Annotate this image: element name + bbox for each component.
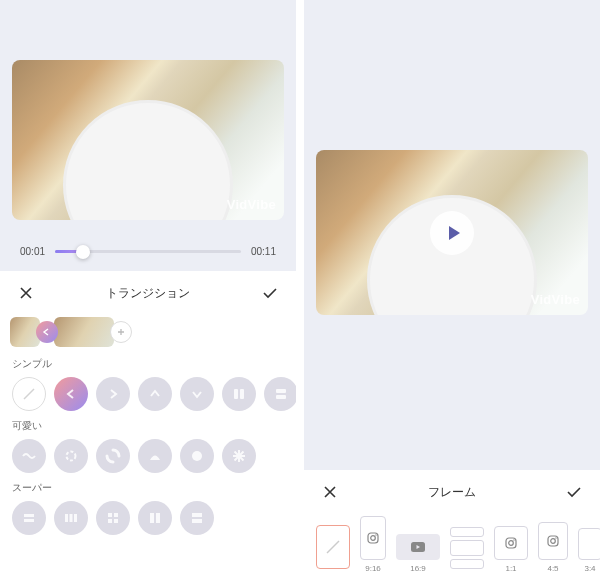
video-preview-right[interactable]: VidVibe bbox=[316, 150, 588, 315]
panel-header: トランジション bbox=[0, 271, 296, 313]
video-preview-area-right: VidVibe bbox=[304, 0, 600, 323]
svg-rect-12 bbox=[114, 513, 118, 517]
aspect-16-9[interactable]: 16:9 bbox=[396, 534, 440, 573]
video-scrubber: 00:01 00:11 bbox=[0, 228, 296, 271]
fx-split-horiz[interactable] bbox=[264, 377, 296, 411]
clip-timeline[interactable] bbox=[0, 313, 296, 355]
svg-point-24 bbox=[509, 541, 514, 546]
instagram-icon bbox=[547, 535, 559, 547]
fx-cute-5[interactable] bbox=[180, 439, 214, 473]
fx-super-1[interactable] bbox=[12, 501, 46, 535]
fx-cute-4[interactable] bbox=[138, 439, 172, 473]
panel-title: トランジション bbox=[106, 285, 190, 302]
confirm-button[interactable] bbox=[564, 482, 584, 502]
category-super-label: スーパー bbox=[0, 479, 296, 499]
scrubber-track[interactable] bbox=[55, 250, 241, 253]
svg-rect-2 bbox=[276, 389, 286, 393]
aspect-1-1[interactable]: 1:1 bbox=[494, 526, 528, 573]
watermark-text-right: VidVibe bbox=[531, 292, 580, 307]
svg-point-25 bbox=[513, 539, 514, 540]
svg-rect-26 bbox=[548, 536, 558, 546]
svg-rect-8 bbox=[65, 514, 68, 522]
fx-split-vert[interactable] bbox=[222, 377, 256, 411]
instagram-icon bbox=[505, 537, 517, 549]
svg-rect-7 bbox=[24, 519, 34, 522]
aspect-label: 3:4 bbox=[584, 564, 595, 573]
play-button[interactable] bbox=[430, 211, 474, 255]
svg-rect-6 bbox=[24, 514, 34, 517]
fx-super-5[interactable] bbox=[180, 501, 214, 535]
cute-row bbox=[0, 437, 296, 479]
video-preview-area: VidVibe 00:01 00:11 bbox=[0, 0, 296, 271]
svg-rect-16 bbox=[154, 513, 156, 523]
fx-cute-2[interactable] bbox=[54, 439, 88, 473]
time-current: 00:01 bbox=[20, 246, 45, 257]
svg-point-21 bbox=[375, 534, 376, 535]
fx-none[interactable] bbox=[12, 377, 46, 411]
instagram-icon bbox=[367, 532, 379, 544]
svg-rect-10 bbox=[74, 514, 77, 522]
frame-panel-title: フレーム bbox=[428, 484, 476, 501]
aspect-label: 4:5 bbox=[547, 564, 558, 573]
aspect-label: 1:1 bbox=[505, 564, 516, 573]
fx-super-3[interactable] bbox=[96, 501, 130, 535]
svg-point-28 bbox=[555, 537, 556, 538]
close-button[interactable] bbox=[16, 283, 36, 303]
aspect-label: 16:9 bbox=[410, 564, 426, 573]
scrubber-thumb[interactable] bbox=[76, 245, 90, 259]
svg-rect-1 bbox=[240, 389, 244, 399]
svg-point-20 bbox=[371, 536, 376, 541]
svg-point-27 bbox=[551, 539, 556, 544]
svg-rect-13 bbox=[108, 519, 112, 523]
aspect-ratio-row: 9:16 16:9 1:1 bbox=[304, 512, 600, 573]
frame-panel-header: フレーム bbox=[304, 470, 600, 512]
fx-super-4[interactable] bbox=[138, 501, 172, 535]
aspect-3-4[interactable]: 3:4 bbox=[578, 528, 600, 573]
category-simple-label: シンプル bbox=[0, 355, 296, 375]
fx-super-2[interactable] bbox=[54, 501, 88, 535]
svg-rect-23 bbox=[506, 538, 516, 548]
svg-rect-0 bbox=[234, 389, 238, 399]
fx-arrow-right[interactable] bbox=[96, 377, 130, 411]
watermark-text: VidVibe bbox=[227, 197, 276, 212]
svg-point-4 bbox=[67, 452, 76, 461]
simple-row bbox=[0, 375, 296, 417]
youtube-icon bbox=[411, 542, 425, 552]
time-total: 00:11 bbox=[251, 246, 276, 257]
svg-rect-19 bbox=[368, 533, 378, 543]
aspect-4-5[interactable]: 4:5 bbox=[538, 522, 568, 573]
confirm-button[interactable] bbox=[260, 283, 280, 303]
screen-transitions: VidVibe 00:01 00:11 トランジション bbox=[0, 0, 296, 585]
fx-cute-3[interactable] bbox=[96, 439, 130, 473]
aspect-none[interactable] bbox=[316, 525, 350, 573]
frame-panel: フレーム 9:16 16:9 bbox=[304, 470, 600, 585]
clip-2[interactable] bbox=[54, 317, 114, 347]
aspect-label: 9:16 bbox=[365, 564, 381, 573]
svg-rect-3 bbox=[276, 395, 286, 399]
svg-point-5 bbox=[192, 451, 202, 461]
transition-node-add[interactable] bbox=[110, 321, 132, 343]
screen-frame: VidVibe フレーム 9:16 bbox=[304, 0, 600, 585]
close-button[interactable] bbox=[320, 482, 340, 502]
aspect-stack[interactable] bbox=[450, 527, 484, 573]
fx-arrow-left[interactable] bbox=[54, 377, 88, 411]
svg-rect-18 bbox=[192, 517, 202, 519]
transition-panel: トランジション シンプル 可愛い bbox=[0, 271, 296, 585]
aspect-9-16[interactable]: 9:16 bbox=[360, 516, 386, 573]
super-row bbox=[0, 499, 296, 541]
video-preview[interactable]: VidVibe bbox=[12, 60, 284, 220]
stack-icon bbox=[450, 527, 484, 569]
fx-cute-6[interactable] bbox=[222, 439, 256, 473]
svg-rect-9 bbox=[70, 514, 73, 522]
svg-rect-11 bbox=[108, 513, 112, 517]
svg-rect-14 bbox=[114, 519, 118, 523]
fx-arrow-up[interactable] bbox=[138, 377, 172, 411]
transition-node-selected[interactable] bbox=[36, 321, 58, 343]
fx-cute-1[interactable] bbox=[12, 439, 46, 473]
fx-arrow-down[interactable] bbox=[180, 377, 214, 411]
category-cute-label: 可愛い bbox=[0, 417, 296, 437]
